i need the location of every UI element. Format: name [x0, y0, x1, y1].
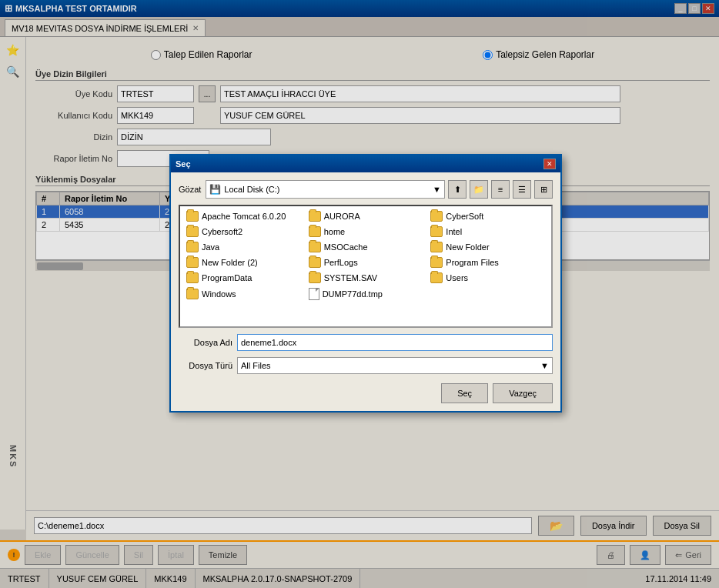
dosya-adi-label: Dosya Adı — [179, 338, 232, 347]
list-item[interactable]: PerfLogs — [306, 256, 426, 269]
location-text: Local Disk (C:) — [224, 185, 279, 194]
list-item[interactable]: CyberSoft — [427, 209, 548, 223]
list-item[interactable]: Intel — [427, 225, 548, 239]
list-item[interactable]: New Folder — [427, 240, 548, 254]
dosya-turu-select[interactable]: All Files ▼ — [237, 357, 553, 374]
folder-icon — [430, 272, 443, 283]
nav-details-btn[interactable]: ☰ — [513, 180, 531, 199]
folder-icon — [186, 242, 199, 252]
folder-icon — [430, 226, 443, 237]
list-item[interactable]: SYSTEM.SAV — [306, 271, 426, 285]
list-item[interactable]: Users — [427, 271, 548, 285]
file-dialog: Seç ✕ Gözat 💾 Local Disk (C:) ▼ ⬆ 📁 ≡ ☰ … — [169, 154, 562, 413]
list-item[interactable]: DUMP77dd.tmp — [306, 286, 426, 302]
file-browser[interactable]: Apache Tomcat 6.0.20 AURORA CyberSoft Cy… — [179, 205, 553, 328]
dosya-turu-label: Dosya Türü — [179, 361, 232, 370]
vazgec-button[interactable]: Vazgeç — [493, 383, 553, 403]
list-item[interactable]: Cybersoft2 — [183, 225, 304, 239]
nav-icons-btn[interactable]: ⊞ — [534, 180, 553, 199]
dialog-body: Gözat 💾 Local Disk (C:) ▼ ⬆ 📁 ≡ ☰ ⊞ Apac… — [171, 172, 560, 411]
list-item[interactable]: home — [306, 225, 426, 239]
dosya-turu-row: Dosya Türü All Files ▼ — [179, 357, 553, 374]
list-item[interactable]: Apache Tomcat 6.0.20 — [183, 209, 304, 223]
dialog-close-button[interactable]: ✕ — [543, 159, 556, 169]
folder-icon — [186, 289, 199, 299]
file-icon — [309, 288, 319, 300]
nav-new-folder-btn[interactable]: 📁 — [470, 180, 488, 199]
dosya-adi-input[interactable] — [237, 334, 553, 351]
dialog-title: Seç — [176, 159, 191, 169]
list-item[interactable]: AURORA — [306, 209, 426, 223]
list-item[interactable]: Java — [183, 240, 304, 254]
folder-icon — [309, 242, 321, 252]
list-item[interactable]: MSOCache — [306, 240, 426, 254]
dosya-adi-row: Dosya Adı — [179, 334, 553, 351]
sec-button[interactable]: Seç — [441, 383, 488, 403]
folder-icon — [430, 211, 443, 222]
list-item[interactable]: New Folder (2) — [183, 256, 304, 269]
gozat-label: Gözat — [179, 185, 201, 194]
list-item[interactable]: Program Files — [427, 256, 548, 269]
dialog-footer: Seç Vazgeç — [179, 383, 553, 403]
folder-icon — [430, 257, 443, 268]
nav-list-btn[interactable]: ≡ — [491, 180, 510, 199]
folder-icon — [309, 257, 321, 268]
folder-icon — [186, 257, 199, 268]
folder-icon — [186, 211, 199, 222]
folder-icon — [309, 272, 321, 283]
dialog-toolbar: Gözat 💾 Local Disk (C:) ▼ ⬆ 📁 ≡ ☰ ⊞ — [179, 180, 553, 199]
dosya-turu-chevron-icon: ▼ — [540, 361, 549, 370]
folder-icon — [186, 272, 199, 283]
folder-icon — [186, 226, 199, 237]
dropdown-chevron-icon: ▼ — [433, 185, 441, 194]
nav-up-btn[interactable]: ⬆ — [448, 180, 467, 199]
folder-icon — [430, 242, 443, 252]
dialog-titlebar: Seç ✕ — [171, 155, 560, 172]
folder-icon — [309, 226, 321, 237]
list-item[interactable]: ProgramData — [183, 271, 304, 285]
folder-icon — [309, 211, 321, 222]
location-dropdown[interactable]: 💾 Local Disk (C:) ▼ — [206, 180, 445, 199]
list-item[interactable]: Windows — [183, 286, 304, 302]
dosya-turu-value: All Files — [241, 361, 271, 370]
